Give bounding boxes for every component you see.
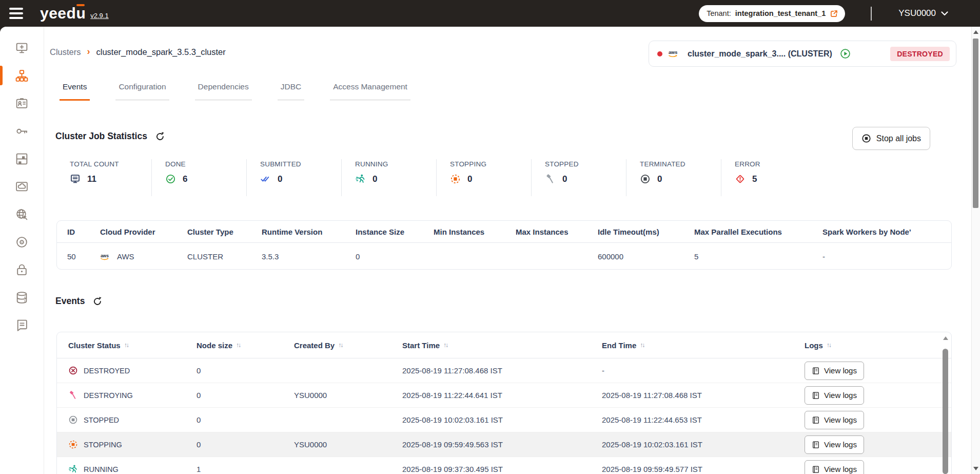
job-stats-title: Cluster Job Statistics (55, 131, 147, 142)
monitor-plus-icon (15, 41, 29, 55)
left-sidebar (0, 27, 44, 474)
log-note-icon (15, 318, 29, 332)
scroll-up-icon[interactable] (973, 30, 978, 34)
view-logs-button[interactable]: View logs (805, 362, 864, 380)
sort-icon[interactable]: ↑↓ (236, 342, 240, 349)
stat-stopped: STOPPED 0 (531, 159, 626, 196)
stop-all-jobs-button[interactable]: Stop all jobs (852, 127, 930, 150)
table-row: STOPPING 0 YSU0000 2025-08-19 09:59:49.5… (57, 432, 951, 457)
sidebar-item-network[interactable] (0, 205, 44, 223)
sidebar-item-database[interactable] (0, 289, 44, 306)
view-logs-button[interactable]: View logs (805, 460, 864, 474)
cluster-selector[interactable]: aws cluster_mode_spark_3.... (CLUSTER) D… (649, 41, 956, 67)
globe-cursor-icon (15, 207, 29, 221)
events-table: Cluster Status↑↓ Node size↑↓ Created By↑… (56, 332, 952, 474)
list-board-icon (70, 174, 81, 184)
stat-done: DONE 6 (151, 159, 246, 196)
dashed-circle-square-icon (450, 174, 461, 184)
table-row: DESTROYED 0 2025-08-19 11:27:08.468 IST … (57, 358, 951, 383)
sort-icon[interactable]: ↑↓ (640, 342, 644, 349)
events-title: Events (55, 296, 85, 307)
stat-running: RUNNING 0 (341, 159, 436, 196)
user-id: YSU0000 (898, 8, 936, 18)
stat-total-count: TOTAL COUNT 11 (56, 159, 151, 196)
table-row: STOPPED 0 2025-08-19 10:02:03.161 IST 20… (57, 408, 951, 432)
sidebar-item-logs[interactable] (0, 316, 44, 334)
tenant-pill[interactable]: Tenant: integration_test_tenant_1 (699, 5, 845, 22)
view-logs-button[interactable]: View logs (805, 411, 864, 429)
app-logo: yeedu (40, 6, 86, 21)
cluster-config-table: ID Cloud Provider Cluster Type Runtime V… (56, 220, 952, 270)
sort-icon[interactable]: ↑↓ (338, 342, 342, 349)
sidebar-item-keys[interactable] (0, 122, 44, 140)
log-doc-icon (812, 465, 820, 473)
dashed-circle-square-icon (68, 440, 78, 449)
breadcrumb-clusters-link[interactable]: Clusters (50, 47, 81, 57)
scroll-up-icon[interactable] (943, 336, 948, 340)
external-link-icon[interactable] (830, 9, 838, 18)
stat-terminated: TERMINATED 0 (626, 159, 721, 196)
check-circle-icon (165, 174, 176, 184)
chevron-down-icon (941, 11, 948, 16)
tenant-label: Tenant: (707, 9, 731, 17)
play-icon[interactable] (840, 48, 851, 59)
circle-square-icon (640, 174, 651, 184)
events-scrollbar[interactable] (942, 335, 949, 474)
rack-icon (15, 152, 29, 166)
svg-text:aws: aws (669, 50, 677, 55)
sidebar-item-cloud[interactable] (0, 178, 44, 195)
user-menu[interactable]: YSU0000 (898, 8, 948, 18)
view-logs-button[interactable]: View logs (805, 435, 864, 454)
id-badge-icon (15, 97, 29, 110)
sort-icon[interactable]: ↑↓ (443, 342, 447, 349)
tab-access-management[interactable]: Access Management (330, 81, 410, 101)
page-scrollbar[interactable] (971, 27, 980, 474)
tab-dependencies[interactable]: Dependencies (195, 81, 252, 101)
scroll-down-icon[interactable] (973, 467, 978, 470)
breadcrumb-chevron-icon: › (87, 46, 90, 57)
cluster-config-header-row: ID Cloud Provider Cluster Type Runtime V… (57, 221, 951, 243)
hammer-icon (68, 390, 78, 400)
job-stats-header: Cluster Job Statistics (55, 131, 165, 142)
sidebar-item-rack[interactable] (0, 150, 44, 167)
navbar-divider (871, 7, 872, 21)
disc-icon (15, 235, 29, 249)
double-check-icon (260, 174, 271, 184)
top-navbar: yeedu v2.9.1 Tenant: integration_test_te… (0, 0, 980, 27)
sort-icon[interactable]: ↑↓ (124, 342, 128, 349)
sidebar-item-workspace[interactable] (0, 39, 44, 56)
aws-logo-icon: aws (100, 253, 113, 261)
log-doc-icon (812, 441, 820, 449)
sidebar-item-id-badge[interactable] (0, 94, 44, 112)
cloud-frame-icon (15, 180, 29, 194)
tab-jdbc[interactable]: JDBC (278, 81, 304, 101)
sort-icon[interactable]: ↑↓ (827, 342, 831, 349)
sidebar-item-security[interactable] (0, 261, 44, 278)
status-dot-icon (657, 51, 662, 56)
hammer-icon (545, 174, 556, 184)
breadcrumb-current: cluster_mode_spark_3.5.3_cluster (96, 47, 226, 57)
log-doc-icon (812, 416, 820, 424)
table-row: RUNNING 1 2025-08-19 09:37:30.495 IST 20… (57, 457, 951, 474)
aws-logo-icon: aws (668, 49, 682, 58)
stat-submitted: SUBMITTED 0 (246, 159, 341, 196)
view-logs-button[interactable]: View logs (805, 386, 864, 405)
tab-bar: Events Configuration Dependencies JDBC A… (60, 81, 410, 101)
refresh-icon[interactable] (155, 131, 165, 142)
breadcrumb: Clusters › cluster_mode_spark_3.5.3_clus… (50, 47, 226, 57)
circle-square-icon (68, 415, 78, 425)
tab-configuration[interactable]: Configuration (115, 81, 169, 101)
sidebar-item-clusters[interactable] (0, 67, 44, 84)
job-stats-row: TOTAL COUNT 11 DONE 6 SUBMITTED 0 RUNNIN… (56, 159, 816, 196)
content-area: Clusters › cluster_mode_spark_3.5.3_clus… (0, 27, 980, 474)
lock-icon (15, 263, 29, 277)
scrollbar-thumb[interactable] (943, 349, 948, 474)
scrollbar-thumb[interactable] (973, 39, 978, 208)
sidebar-item-disc[interactable] (0, 233, 44, 251)
tab-events[interactable]: Events (60, 81, 90, 101)
version-link[interactable]: v2.9.1 (90, 12, 108, 20)
events-header-row: Cluster Status↑↓ Node size↑↓ Created By↑… (57, 332, 951, 358)
refresh-icon[interactable] (92, 296, 103, 307)
stat-error: ERROR 5 (721, 159, 816, 196)
hamburger-menu-icon[interactable] (9, 5, 27, 22)
